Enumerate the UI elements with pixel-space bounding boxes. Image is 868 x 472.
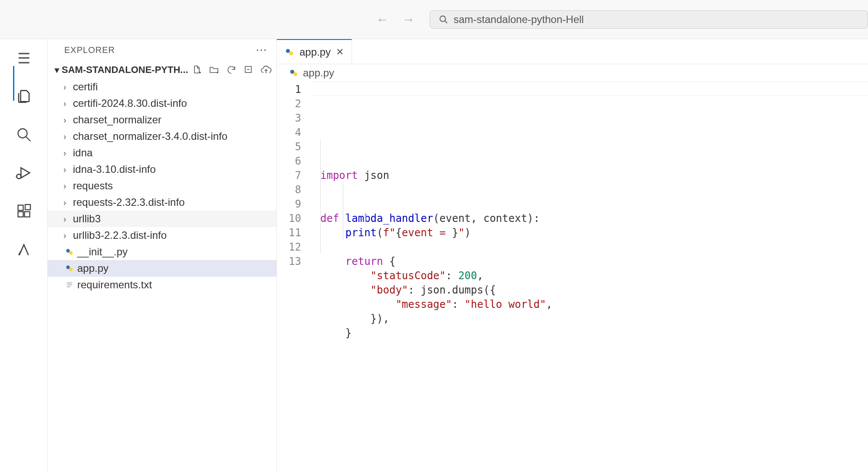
chevron-right-icon: › (63, 181, 73, 191)
tree-item-requests[interactable]: ›requests (48, 178, 276, 194)
upload-button[interactable] (260, 64, 272, 76)
run-debug-view-button[interactable] (15, 164, 33, 182)
line-number: 2 (280, 97, 301, 111)
lambda-icon (16, 241, 32, 257)
nav-forward-button[interactable]: → (399, 11, 418, 28)
python-file-icon (289, 68, 299, 78)
code-line[interactable]: print(f"{event = }") (320, 226, 868, 240)
command-center-search[interactable]: sam-standalone-python-Hell (430, 10, 868, 29)
project-root-row[interactable]: ▾ SAM-STANDALONE-PYTH... (48, 61, 276, 79)
code-content[interactable]: import json def lambda_handler(event, co… (311, 82, 868, 472)
new-folder-button[interactable] (208, 64, 220, 76)
run-bug-icon (15, 164, 33, 182)
tree-item-requirements-txt[interactable]: requirements.txt (48, 277, 276, 293)
chevron-down-icon: ▾ (55, 65, 59, 75)
chevron-right-icon: › (63, 132, 73, 142)
line-number-gutter: 12345678910111213 (277, 82, 311, 472)
code-line[interactable]: def lambda_handler(event, context): (320, 211, 868, 226)
code-editor[interactable]: 12345678910111213 import json def lambda… (277, 82, 868, 472)
line-number: 9 (280, 197, 301, 211)
svg-rect-8 (18, 205, 23, 211)
editor-area: app.py ✕ app.py 12345678910111213 import… (277, 39, 868, 472)
code-line[interactable]: "message": "hello world", (320, 297, 868, 312)
tree-item-certifi-2024-8-30-dist-info[interactable]: ›certifi-2024.8.30.dist-info (48, 95, 276, 112)
line-number: 11 (280, 226, 301, 240)
breadcrumb[interactable]: app.py (277, 64, 868, 82)
editor-tabs: app.py ✕ (277, 39, 868, 64)
code-line[interactable]: }), (320, 312, 868, 326)
search-view-button[interactable] (15, 126, 33, 143)
tree-item-idna[interactable]: ›idna (48, 145, 276, 161)
python-file-icon (285, 47, 294, 57)
extensions-view-button[interactable] (15, 202, 33, 220)
code-line[interactable] (320, 240, 868, 254)
nav-back-button[interactable]: ← (373, 11, 391, 28)
cloud-upload-icon (260, 65, 272, 75)
svg-point-26 (286, 49, 290, 53)
svg-marker-4 (21, 168, 30, 178)
tree-item-label: urllib3-2.2.3.dist-info (73, 229, 167, 241)
line-number: 7 (280, 168, 301, 183)
python-file-icon (63, 264, 76, 273)
code-line[interactable]: import json (320, 168, 868, 183)
python-file-icon (63, 248, 76, 256)
explorer-view-button[interactable] (15, 88, 33, 105)
chevron-right-icon: › (63, 231, 73, 241)
line-number: 13 (280, 254, 301, 269)
new-file-icon (191, 65, 202, 75)
tree-item-certifi[interactable]: ›certifi (48, 79, 276, 95)
tree-item-urllib3-2-2-3-dist-info[interactable]: ›urllib3-2.2.3.dist-info (48, 227, 276, 244)
tree-item--init-py[interactable]: __init__.py (48, 244, 276, 260)
svg-rect-9 (18, 212, 23, 217)
chevron-right-icon: › (63, 198, 73, 208)
svg-point-29 (293, 72, 297, 76)
code-line[interactable]: } (320, 326, 868, 340)
tree-item-label: requirements.txt (77, 279, 152, 291)
new-file-button[interactable] (191, 64, 203, 76)
tree-item-urllib3[interactable]: ›urllib3 (48, 211, 276, 227)
menu-button[interactable]: ☰ (15, 50, 33, 67)
code-line[interactable] (320, 183, 868, 197)
tree-item-label: certifi (73, 81, 98, 93)
collapse-all-button[interactable] (243, 64, 255, 76)
line-number: 8 (280, 183, 301, 197)
svg-point-28 (290, 70, 294, 74)
active-view-indicator (13, 66, 14, 101)
collapse-icon (243, 65, 254, 75)
code-line[interactable] (320, 197, 868, 211)
tab-label: app.py (299, 46, 331, 58)
tree-item-charset-normalizer-3-4-0-dist-info[interactable]: ›charset_normalizer-3.4.0.dist-info (48, 128, 276, 145)
code-line[interactable]: "statusCode": 200, (320, 269, 868, 283)
svg-rect-10 (24, 212, 30, 217)
svg-point-20 (69, 251, 72, 254)
indent-guide (343, 182, 343, 239)
chevron-right-icon: › (63, 115, 73, 125)
tree-item-idna-3-10-dist-info[interactable]: ›idna-3.10.dist-info (48, 161, 276, 178)
search-icon (16, 127, 32, 142)
tree-item-app-py[interactable]: app.py (48, 260, 276, 277)
tree-item-label: idna (73, 147, 92, 159)
search-icon (439, 15, 448, 24)
search-text: sam-standalone-python-Hell (454, 13, 584, 26)
svg-point-21 (66, 265, 70, 269)
tree-item-label: requests-2.32.3.dist-info (73, 196, 184, 208)
tab-close-button[interactable]: ✕ (336, 46, 344, 58)
explorer-more-actions-button[interactable]: ⋯ (256, 43, 268, 57)
aws-view-button[interactable] (15, 241, 33, 258)
code-line[interactable] (320, 340, 868, 355)
code-line[interactable]: "body": json.dumps({ (320, 283, 868, 297)
chevron-right-icon: › (63, 214, 73, 224)
svg-point-27 (289, 51, 293, 55)
tab-app-py[interactable]: app.py ✕ (277, 39, 352, 64)
tree-item-charset-normalizer[interactable]: ›charset_normalizer (48, 112, 276, 128)
svg-point-19 (66, 249, 70, 252)
line-number: 10 (280, 211, 301, 226)
code-line[interactable]: return { (320, 254, 868, 269)
line-number: 1 (280, 83, 301, 97)
tree-item-requests-2-32-3-dist-info[interactable]: ›requests-2.32.3.dist-info (48, 194, 276, 211)
refresh-button[interactable] (225, 64, 237, 76)
tree-item-label: charset_normalizer (73, 114, 161, 126)
line-number: 5 (280, 140, 301, 154)
files-icon (16, 89, 32, 104)
svg-point-0 (440, 16, 446, 21)
